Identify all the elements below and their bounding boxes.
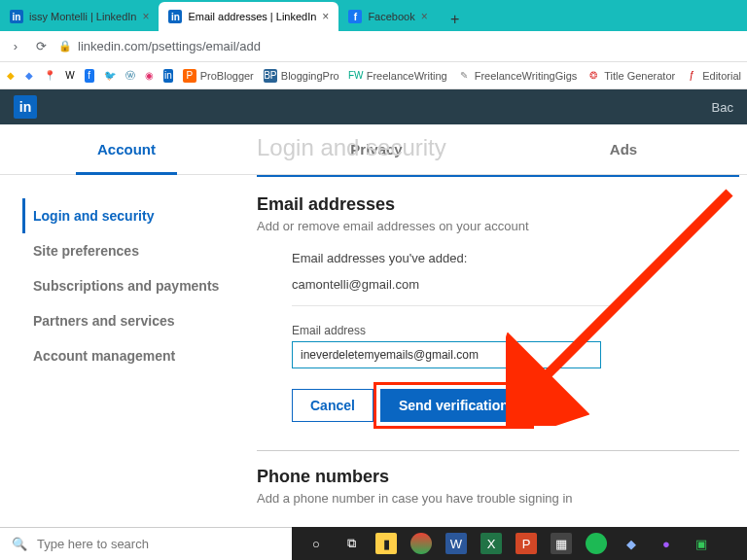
- cancel-button[interactable]: Cancel: [292, 389, 374, 422]
- settings-sidebar: Login and security Site preferences Subs…: [0, 175, 253, 523]
- app-icon[interactable]: ●: [656, 533, 677, 554]
- taskbar-search[interactable]: 🔍 Type here to search: [0, 527, 292, 560]
- bookmarks-bar: ◆ ◆ 📍 W f 🐦 ⓦ ◉ in PProBlogger BPBloggin…: [0, 62, 747, 89]
- browser-tab[interactable]: in issy Montelli | LinkedIn ×: [0, 2, 159, 31]
- bookmark-item[interactable]: FWFreelanceWriting: [349, 69, 447, 83]
- back-link[interactable]: Bac: [712, 100, 733, 115]
- browser-tab-strip: in issy Montelli | LinkedIn × in Email a…: [0, 0, 747, 31]
- instagram-icon[interactable]: ◉: [145, 69, 155, 83]
- browser-tab[interactable]: f Facebook ×: [338, 2, 437, 31]
- close-icon[interactable]: ×: [142, 10, 149, 23]
- browser-tab[interactable]: in Email addresses | LinkedIn ×: [159, 2, 338, 31]
- address-bar: › ⟳ 🔒 linkedin.com/psettings/email/add: [0, 31, 747, 62]
- twitter-icon[interactable]: 🐦: [104, 69, 116, 83]
- linkedin-icon: in: [168, 10, 182, 23]
- active-tab-indicator: [76, 172, 177, 175]
- lock-icon: 🔒: [58, 40, 72, 52]
- close-icon[interactable]: ×: [421, 10, 428, 23]
- email-input-label: Email address: [292, 324, 739, 337]
- linkedin-icon: in: [10, 10, 23, 23]
- settings-top-tabs: Account Privacy Ads Login and security: [0, 124, 747, 175]
- section-title: Phone numbers: [257, 467, 739, 487]
- tab-ads[interactable]: Ads: [500, 124, 747, 174]
- bookmark-item[interactable]: ✎FreelanceWritingGigs: [457, 69, 578, 83]
- facebook-icon: f: [348, 10, 362, 23]
- close-icon[interactable]: ×: [322, 10, 329, 23]
- tab-account[interactable]: Account: [0, 124, 253, 174]
- forward-icon[interactable]: ›: [8, 39, 23, 53]
- email-input[interactable]: [292, 341, 601, 368]
- url-field[interactable]: 🔒 linkedin.com/psettings/email/add: [58, 39, 739, 53]
- wordpress-icon[interactable]: ⓦ: [125, 69, 135, 83]
- linkedin-logo[interactable]: in: [14, 95, 37, 119]
- new-tab-button[interactable]: +: [444, 8, 467, 31]
- ghost-heading: Login and security: [257, 134, 446, 161]
- facebook-icon[interactable]: f: [85, 69, 94, 83]
- task-view-icon[interactable]: ⧉: [340, 533, 362, 554]
- bookmark-item[interactable]: ❂Title Generator: [587, 69, 675, 83]
- existing-email: camontelli@gmail.com: [292, 277, 613, 306]
- reload-icon[interactable]: ⟳: [33, 39, 49, 53]
- bookmark-icon[interactable]: 📍: [44, 69, 55, 83]
- sidebar-item-partners[interactable]: Partners and services: [33, 303, 253, 338]
- sidebar-item-account-mgmt[interactable]: Account management: [33, 338, 253, 373]
- windows-taskbar: 🔍 Type here to search ○ ⧉ ▮ W X P ▦ ◆ ● …: [0, 527, 747, 560]
- bookmark-icon[interactable]: W: [65, 69, 75, 83]
- annotation-highlight: Send verification: [374, 382, 534, 429]
- powerpoint-icon[interactable]: P: [516, 533, 537, 554]
- bookmark-item[interactable]: PProBlogger: [183, 69, 254, 83]
- section-divider: [257, 175, 739, 177]
- spotify-icon[interactable]: [586, 533, 607, 554]
- search-placeholder: Type here to search: [37, 537, 149, 551]
- section-subtitle: Add or remove email addresses on your ac…: [257, 219, 739, 233]
- app-icon[interactable]: ◆: [621, 533, 642, 554]
- bookmark-item[interactable]: BPBloggingPro: [264, 69, 339, 83]
- tab-title: Facebook: [368, 11, 414, 22]
- section-subtitle: Add a phone number in case you have trou…: [257, 491, 739, 506]
- url-text: linkedin.com/psettings/email/add: [78, 39, 261, 53]
- main-panel: Email addresses Add or remove email addr…: [253, 175, 747, 523]
- send-verification-button[interactable]: Send verification: [380, 389, 527, 422]
- bookmark-icon[interactable]: ◆: [25, 69, 35, 83]
- section-title: Email addresses: [257, 194, 739, 215]
- bookmark-item[interactable]: ƒEditorial: [685, 69, 741, 83]
- sidebar-item-login-security[interactable]: Login and security: [22, 198, 253, 233]
- search-icon: 🔍: [12, 537, 27, 551]
- added-emails-label: Email addresses you've added:: [292, 251, 739, 265]
- app-icon[interactable]: ▣: [691, 533, 712, 554]
- chrome-icon[interactable]: [410, 533, 432, 554]
- linkedin-header: in Bac: [0, 89, 747, 124]
- bookmark-icon[interactable]: ◆: [6, 69, 16, 83]
- calculator-icon[interactable]: ▦: [551, 533, 572, 554]
- sidebar-item-subscriptions[interactable]: Subscriptions and payments: [33, 268, 253, 303]
- sidebar-item-site-prefs[interactable]: Site preferences: [33, 233, 253, 268]
- excel-icon[interactable]: X: [480, 533, 502, 554]
- divider: [257, 450, 739, 451]
- word-icon[interactable]: W: [445, 533, 467, 554]
- tab-title: issy Montelli | LinkedIn: [29, 11, 136, 22]
- tab-title: Email addresses | LinkedIn: [188, 11, 316, 22]
- file-explorer-icon[interactable]: ▮: [375, 533, 397, 554]
- cortana-icon[interactable]: ○: [305, 533, 327, 554]
- linkedin-icon[interactable]: in: [163, 69, 173, 83]
